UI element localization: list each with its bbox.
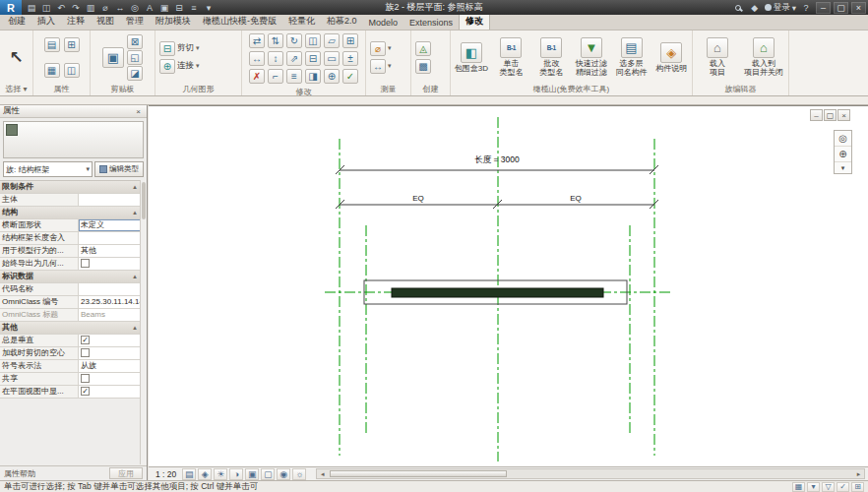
paste-icon[interactable]: ▣ bbox=[102, 47, 124, 68]
pin-icon[interactable]: ▭ bbox=[324, 51, 340, 66]
row-always-vertical[interactable]: 总是垂直 ✓ bbox=[0, 335, 141, 347]
tab-add-ins[interactable]: 附加模块 bbox=[150, 13, 197, 30]
tab-annotate[interactable]: 注释 bbox=[61, 13, 91, 30]
modify-select-tool[interactable]: ↖ bbox=[9, 47, 23, 68]
property-value[interactable] bbox=[79, 232, 141, 244]
apply-icon[interactable]: ✓ bbox=[342, 69, 358, 84]
scrollbar-thumb[interactable] bbox=[330, 470, 507, 477]
cut-icon[interactable]: ⊠ bbox=[127, 34, 143, 49]
palette-close-icon[interactable]: × bbox=[133, 107, 144, 116]
split-icon[interactable]: ⊟ bbox=[305, 51, 321, 66]
move-icon[interactable]: ⇅ bbox=[268, 33, 283, 48]
view-close-button[interactable]: × bbox=[837, 109, 850, 121]
paint-icon[interactable]: ◨ bbox=[305, 69, 321, 84]
offset-icon[interactable]: ▱ bbox=[324, 33, 340, 48]
dimension-button[interactable]: ↔ ▾ bbox=[370, 59, 392, 74]
rotate-icon[interactable]: ↻ bbox=[286, 33, 302, 48]
tab-extensions[interactable]: Extensions bbox=[403, 16, 459, 30]
tab-lightweight[interactable]: 轻量化 bbox=[282, 13, 321, 30]
design-options-icon[interactable]: ▾ bbox=[807, 482, 820, 492]
selection-filter-icon[interactable]: ▽ bbox=[822, 482, 835, 492]
element-notes-button[interactable]: ◈ 构件说明 bbox=[652, 42, 690, 73]
properties-palette-icon[interactable]: ▤ bbox=[44, 37, 60, 52]
checkbox-checked[interactable]: ✓ bbox=[81, 336, 90, 344]
checkbox-checked[interactable]: ✓ bbox=[81, 387, 90, 396]
click-type-name-button[interactable]: B-1 单击 类型名 bbox=[493, 37, 530, 77]
thin-lines-icon[interactable]: ≡ bbox=[187, 1, 201, 14]
horizontal-scrollbar[interactable]: ◂ ▸ bbox=[316, 468, 865, 479]
tag-icon[interactable]: ◎ bbox=[128, 1, 142, 14]
delete-icon[interactable]: ✗ bbox=[249, 69, 265, 84]
family-types-icon[interactable]: ⊞ bbox=[64, 37, 80, 52]
create-group-icon[interactable]: ◬ bbox=[415, 41, 431, 56]
multi-edit-icon[interactable]: ≡ bbox=[286, 69, 302, 84]
close-button[interactable]: × bbox=[851, 2, 866, 14]
open-icon[interactable]: ▤ bbox=[25, 1, 38, 14]
shadows-icon[interactable]: ◑ bbox=[229, 468, 243, 480]
checkbox[interactable] bbox=[81, 259, 90, 268]
edit-type-button[interactable]: 编辑类型 bbox=[94, 161, 144, 177]
dimension-icon[interactable]: ↔ bbox=[113, 1, 127, 14]
checkbox[interactable] bbox=[81, 348, 90, 357]
demolish-icon[interactable]: ⌐ bbox=[268, 69, 283, 84]
apply-button[interactable]: 应用 bbox=[109, 467, 143, 479]
section-identity-data[interactable]: 标识数据 ▴ bbox=[0, 271, 141, 283]
length-dimension-label[interactable]: 长度 = 3000 bbox=[474, 154, 520, 164]
cut-geometry-button[interactable]: ⊟ 剪切 ▾ bbox=[159, 41, 200, 56]
redo-icon[interactable]: ↷ bbox=[69, 1, 83, 14]
visibility-settings-icon[interactable]: ◫ bbox=[64, 63, 80, 78]
section-constraints[interactable]: 限制条件 ▴ bbox=[0, 181, 141, 194]
view-minimize-button[interactable]: – bbox=[810, 109, 823, 121]
mirror-icon[interactable]: ◫ bbox=[305, 33, 321, 48]
tab-gls-free[interactable]: 橄榄山快模-免费版 bbox=[197, 13, 282, 30]
worksets-icon[interactable]: ▦ bbox=[792, 482, 805, 492]
print-icon[interactable]: ▥ bbox=[84, 1, 97, 14]
row-model-behavior[interactable]: 用于模型行为的... 其他 bbox=[0, 245, 141, 258]
eq-label-right[interactable]: EQ bbox=[570, 194, 582, 203]
palette-header[interactable]: 属性 × bbox=[0, 105, 147, 118]
eq-label-left[interactable]: EQ bbox=[412, 194, 424, 203]
property-value[interactable]: 23.25.30.11.14.14 bbox=[79, 296, 141, 308]
load-into-project-button[interactable]: ⌂ 载入 项目 bbox=[696, 37, 739, 77]
scale-icon[interactable]: ± bbox=[342, 51, 358, 66]
drawing-canvas[interactable]: 长度 = 3000 EQ EQ bbox=[149, 106, 868, 467]
property-value[interactable]: 从族 bbox=[79, 360, 141, 372]
text-icon[interactable]: A bbox=[143, 1, 156, 14]
minimize-button[interactable]: – bbox=[816, 2, 831, 14]
row-code-name[interactable]: 代码名称 bbox=[0, 283, 141, 296]
property-value[interactable]: 未定义 bbox=[79, 219, 141, 231]
tab-manage[interactable]: 管理 bbox=[120, 13, 150, 30]
row-cut-voids[interactable]: 加载时剪切的空心 bbox=[0, 347, 141, 360]
select-same-name-button[interactable]: ▤ 选多层 同名构件 bbox=[613, 37, 651, 77]
load-into-project-close-button[interactable]: ⌂ 载入到 项目并关闭 bbox=[742, 37, 785, 77]
property-value[interactable] bbox=[79, 283, 141, 295]
tab-create[interactable]: 创建 bbox=[2, 13, 31, 30]
batch-type-name-button[interactable]: B-1 批改 类型名 bbox=[532, 37, 570, 77]
view-scale[interactable]: 1 : 20 bbox=[152, 469, 180, 479]
crop-view-icon[interactable]: ▣ bbox=[245, 468, 259, 480]
crop-region-visibility-icon[interactable]: ▢ bbox=[261, 468, 275, 480]
infocenter-icon[interactable]: ◆ bbox=[748, 1, 762, 14]
view-restore-button[interactable]: ▢ bbox=[824, 109, 837, 121]
section-structure[interactable]: 结构 ▴ bbox=[0, 207, 141, 219]
align-icon[interactable]: ⇄ bbox=[249, 33, 265, 48]
tab-bomu[interactable]: 柏慕2.0 bbox=[321, 13, 363, 30]
copy-icon[interactable]: ↔ bbox=[249, 51, 265, 66]
undo-icon[interactable]: ↶ bbox=[54, 1, 68, 14]
app-menu-button[interactable]: R bbox=[0, 0, 22, 15]
steering-wheel-icon[interactable]: ◎ bbox=[835, 131, 851, 147]
family-selector-dropdown[interactable]: 族: 结构框架 ▾ bbox=[3, 161, 93, 177]
family-category-icon[interactable]: ▦ bbox=[44, 63, 60, 78]
checkbox[interactable] bbox=[81, 374, 90, 383]
match-type-icon[interactable]: ◪ bbox=[127, 66, 143, 81]
array-icon[interactable]: ⊞ bbox=[342, 33, 358, 48]
nav-chevron-down-icon[interactable]: ▾ bbox=[835, 162, 851, 173]
beam-symbolic-line[interactable] bbox=[392, 288, 603, 297]
qat-menu-icon[interactable]: ▾ bbox=[202, 1, 216, 14]
copy-to-clipboard-icon[interactable]: ◱ bbox=[127, 50, 143, 65]
section-other[interactable]: 其他 ▴ bbox=[0, 322, 141, 335]
join-icon[interactable]: ⊕ bbox=[324, 69, 340, 84]
property-value[interactable] bbox=[79, 194, 141, 206]
row-length-rounding[interactable]: 结构框架长度舍入 bbox=[0, 232, 141, 245]
scroll-left-icon[interactable]: ◂ bbox=[317, 470, 328, 478]
